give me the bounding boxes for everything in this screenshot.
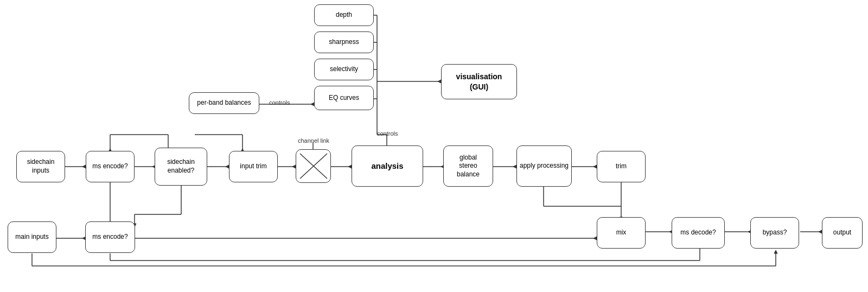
ms-decode-label: ms decode? (680, 228, 716, 237)
global-stereo-label: global stereo balance (457, 154, 480, 179)
visualisation-node: visualisation (GUI) (441, 64, 517, 99)
svg-marker-59 (774, 250, 777, 253)
diagram: depth sharpness selectivity EQ curves pe… (0, 0, 868, 292)
trim-node: trim (597, 151, 646, 182)
eq-curves-label: EQ curves (329, 94, 359, 103)
apply-processing-node: apply processing (516, 145, 572, 187)
cross-icon (297, 151, 330, 181)
ms-decode-node: ms decode? (672, 217, 725, 249)
selectivity-node: selectivity (314, 59, 374, 80)
bypass-label: bypass? (763, 228, 787, 237)
controls-label-2: controls (377, 130, 398, 137)
channel-link-label: channel link (298, 137, 329, 144)
ms-encode-bottom-node: ms encode? (85, 221, 135, 253)
main-inputs-label: main inputs (15, 233, 48, 242)
sharpness-node: sharpness (314, 31, 374, 53)
per-band-label: per-band balances (197, 99, 251, 107)
visualisation-label: visualisation (GUI) (456, 72, 502, 91)
sidechain-enabled-label: sidechain enabled? (167, 158, 195, 175)
sidechain-inputs-label: sidechain inputs (27, 158, 55, 175)
input-trim-node: input trim (229, 151, 278, 182)
analysis-node: analysis (352, 145, 423, 187)
sidechain-enabled-node: sidechain enabled? (155, 148, 207, 186)
output-label: output (833, 228, 851, 237)
mix-label: mix (616, 228, 627, 237)
trim-label: trim (616, 162, 627, 171)
ms-encode-top-node: ms encode? (86, 151, 135, 182)
selectivity-label: selectivity (330, 65, 358, 74)
per-band-node: per-band balances (189, 92, 259, 114)
ms-encode-bottom-label: ms encode? (92, 233, 127, 242)
global-stereo-node: global stereo balance (443, 145, 493, 187)
input-trim-label: input trim (240, 162, 266, 171)
mix-node: mix (597, 217, 646, 249)
analysis-label: analysis (371, 161, 403, 172)
controls-label-1: controls (269, 99, 290, 106)
ms-encode-top-label: ms encode? (92, 162, 127, 171)
main-inputs-node: main inputs (8, 221, 56, 253)
bypass-node: bypass? (750, 217, 799, 249)
depth-node: depth (314, 4, 374, 26)
sharpness-label: sharpness (329, 38, 359, 47)
apply-processing-label: apply processing (520, 162, 569, 170)
eq-curves-node: EQ curves (314, 86, 374, 110)
cross-box-node (296, 149, 331, 183)
sidechain-inputs-node: sidechain inputs (16, 151, 65, 182)
output-node: output (822, 217, 863, 249)
depth-label: depth (336, 11, 352, 20)
